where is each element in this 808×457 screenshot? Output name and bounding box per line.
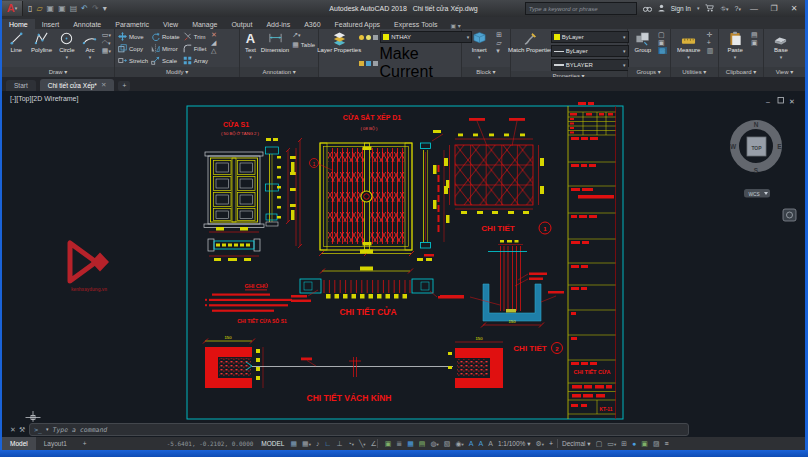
status-icon[interactable]: ◔▾ [347,440,354,448]
linetype-dropdown[interactable]: ByLayer▾ [551,45,629,57]
restore-button[interactable]: ❐ [767,4,781,13]
move-button[interactable]: Move [118,31,148,42]
status-icon[interactable]: ≣ [396,440,402,447]
status-icon[interactable]: ▣ [641,440,648,447]
units-dropdown[interactable]: Decimal ▾ [562,440,591,448]
tab-home[interactable]: Home [2,19,35,29]
panel-label-modify[interactable]: Modify ▾ [115,67,239,77]
lineweight-dropdown[interactable]: BYLAYER▾ [551,59,629,71]
status-icon[interactable]: ♪ [316,440,320,447]
mirror-button[interactable]: Mirror [151,43,180,54]
tab-a360[interactable]: A360 [297,19,327,29]
status-icon[interactable]: ⊥ [336,440,342,447]
wcs-dropdown[interactable]: WCS [748,192,759,197]
hatch-tool-icon[interactable]: ▦▾ [102,47,111,54]
chevron-down-icon[interactable]: ▾ [697,6,700,11]
dimension-button[interactable]: Dimension [261,31,289,54]
status-icon[interactable]: ▭▾ [607,440,616,448]
id-point-icon[interactable]: ✛ [707,31,714,38]
tab-parametric[interactable]: Parametric [108,19,156,29]
cut-icon[interactable]: ▤ [751,31,758,38]
ribbon-options-icon[interactable]: ▣ ▾ [451,22,461,29]
save-as-icon[interactable]: ▣ [58,5,66,13]
ungroup-icon[interactable]: ▢ [658,31,667,38]
status-icon[interactable]: ⊞ [621,440,627,447]
circle-button[interactable]: Circle ▾ [56,31,78,60]
quick-calc-icon[interactable]: ▥ [707,47,714,54]
array-button[interactable]: Array [183,55,208,66]
close-icon[interactable]: ✕ [101,81,106,89]
panel-label-utilities[interactable]: Utilities ▾ [671,67,718,77]
panel-label-groups[interactable]: Groups ▾ [628,67,670,77]
measure-button[interactable]: Measure ▾ [674,31,704,60]
redo-icon[interactable]: ↷ [92,5,99,13]
status-icon[interactable]: A [479,440,484,447]
paste-button[interactable]: Paste ▾ [722,31,748,60]
trim-button[interactable]: Trim [183,31,208,42]
status-icon[interactable]: A [488,440,493,447]
chevron-down-icon[interactable]: ▾ [103,5,107,13]
layout1-tab[interactable]: Layout1 [36,437,75,450]
viewport-controls[interactable]: [-][Top][2D Wireframe] [10,95,78,102]
customize-wrench-icon[interactable]: ⚒ [19,426,25,434]
panel-label-block[interactable]: Block ▾ [462,67,509,77]
tab-output[interactable]: Output [224,19,259,29]
group-select-icon[interactable]: ▩ [658,47,667,54]
close-command-icon[interactable]: ✕ [10,426,16,434]
status-icon[interactable]: ▤ [419,440,426,447]
fillet-button[interactable]: Fillet [183,43,208,54]
tab-manage[interactable]: Manage [185,19,224,29]
group-button[interactable]: Group [631,31,655,54]
status-icon[interactable]: A [469,440,474,447]
tab-express-tools[interactable]: Express Tools [387,19,444,29]
leader-tool-icon[interactable]: ↗▾ [292,31,315,38]
file-tab-document[interactable]: Chi tiết cửa Xếp*✕ [40,79,115,91]
edit-attrib-icon[interactable]: ▱ [496,39,502,46]
group-edit-icon[interactable]: ▣ [658,39,667,46]
arc-button[interactable]: Arc ▾ [81,31,99,60]
minimize-button[interactable]: — [747,4,761,13]
ellipse-tool-icon[interactable]: ◠▾ [102,39,111,46]
new-tab-button[interactable]: + [118,81,130,91]
status-icon[interactable]: ▦ [290,440,297,447]
tab-addins[interactable]: Add-ins [259,19,297,29]
plot-icon[interactable]: ▤ [70,5,78,13]
viewcube[interactable]: TOP N W E S WCS [730,121,782,198]
model-space-indicator[interactable]: MODEL [261,440,284,447]
copy-button[interactable]: Copy [118,43,148,54]
close-button[interactable]: ✕ [787,4,801,13]
status-icon[interactable]: ▨ [653,440,660,447]
status-icon[interactable]: ◍▾ [430,440,438,448]
edit-block-icon[interactable]: ⊞ [496,31,502,38]
model-space-canvas[interactable]: [-][Top][2D Wireframe] [2,91,805,422]
status-icon[interactable]: ⚙▾ [535,440,544,448]
table-button[interactable]: ▦Table [292,39,315,50]
layer-dropdown[interactable]: NTHAY▾ [380,31,472,43]
status-icon[interactable]: ▦▾ [302,440,311,448]
base-button[interactable]: Base ▾ [767,31,795,60]
search-input[interactable]: Type a keyword or phrase [525,2,637,15]
color-dropdown[interactable]: ByLayer▾ [551,31,629,43]
new-layout-button[interactable]: + [75,437,95,450]
navigation-bar[interactable] [783,209,796,221]
undo-icon[interactable]: ↶ [81,5,88,13]
text-button[interactable]: A Text ▾ [243,31,258,60]
panel-label-draw[interactable]: Draw ▾ [2,67,114,77]
stretch-button[interactable]: Stretch [118,55,148,66]
layer-properties-button[interactable]: Layer Properties [322,31,356,54]
cart-icon[interactable] [705,4,714,13]
search-binoculars-icon[interactable] [643,5,652,13]
layer-lock-icon[interactable] [373,35,378,40]
sign-in-button[interactable]: Sign In [671,5,691,12]
status-icon[interactable]: ≡ [665,440,669,447]
layer-on-icon[interactable] [359,35,364,40]
panel-label-annotation[interactable]: Annotation ▾ [240,67,318,77]
model-tab[interactable]: Model [2,437,36,450]
open-file-icon[interactable]: ▱ [36,5,42,13]
new-file-icon[interactable]: ▯ [28,5,32,13]
rectangle-tool-icon[interactable]: ▭▾ [102,31,111,38]
viewport-window-controls[interactable]: – ✕ [766,98,795,106]
tab-view[interactable]: View [156,19,185,29]
offset-tool-icon[interactable]: △ [211,47,217,54]
tab-featured-apps[interactable]: Featured Apps [328,19,388,29]
